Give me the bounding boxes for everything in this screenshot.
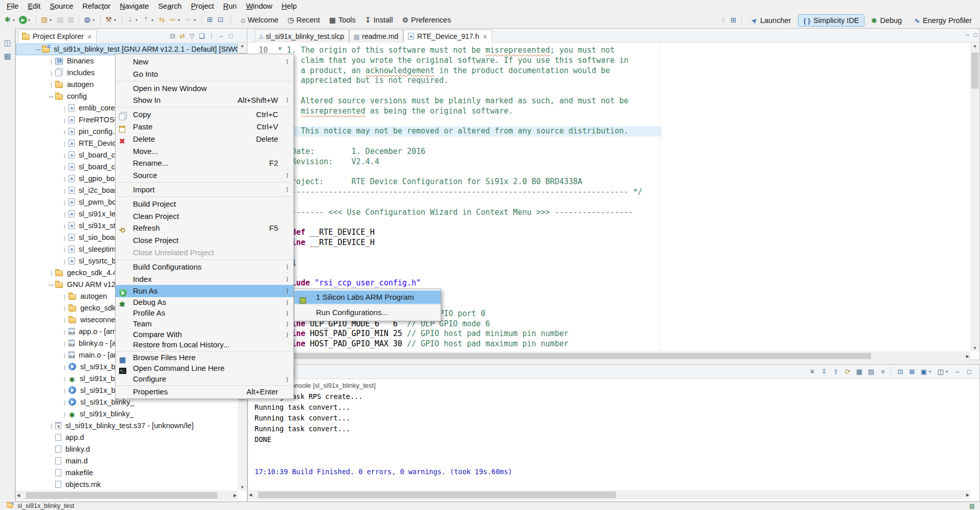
expander-icon[interactable]: ⟩ [48,68,55,79]
expander-icon[interactable]: ⟩ [61,409,69,420]
menu-item-delete[interactable]: ✖DeleteDelete [116,133,293,145]
perspective-debug[interactable]: ✱Debug [867,14,907,27]
expander-icon[interactable]: ⟩ [61,373,69,385]
collapse-all-icon[interactable]: ⊟ [168,32,177,40]
open-console-icon-dropdown[interactable]: ▾ [929,369,934,374]
expander-icon[interactable]: ⟩ [61,350,69,361]
editor-hscrollbar-thumb[interactable] [258,353,871,359]
tab-project-explorer[interactable]: Project Explorer✕ [18,30,97,42]
next-annotation-button[interactable]: ⇣ [125,14,135,26]
open-perspective-icon[interactable]: ⊞ [728,15,739,26]
forward-button-dropdown[interactable]: ▾ [194,18,199,23]
menu-edit[interactable]: Edit [23,2,45,11]
open-perspective-button[interactable]: ⊞ [204,14,215,26]
menu-item-import[interactable]: Import⟩ [116,184,293,196]
scroll-down-icon[interactable]: ▼ [970,346,979,350]
word-wrap-icon[interactable]: ≡ [878,368,888,375]
next-annotation-button-dropdown[interactable]: ▾ [135,18,141,23]
expander-icon[interactable]: ⟩ [61,115,69,126]
editor-tab-readme-md[interactable]: ▤readme.md [349,30,403,42]
menu-item-open-in-new-window[interactable]: Open in New Window [116,82,293,95]
minimize-icon[interactable]: ‒ [966,31,970,38]
flash-programmer-button[interactable]: ◍ [82,14,93,26]
tree-item-makefile[interactable]: makefile [16,467,238,479]
submenu-item-run-configurations[interactable]: Run Configurations... [294,306,441,319]
menu-item-refresh[interactable]: ⟲RefreshF5 [116,222,293,234]
explorer-hscrollbar-thumb[interactable] [26,492,217,499]
expander-icon[interactable]: ⟩ [61,138,69,149]
save-all-button[interactable]: ▥ [65,14,76,26]
scroll-lock-icon[interactable]: ▤ [866,368,876,375]
expander-icon[interactable]: ⟩ [61,197,69,208]
menu-item-go-into[interactable]: Go Into [116,68,293,80]
clear-console-icon[interactable]: ✕ [807,368,817,375]
expander-icon[interactable]: ⟩ [61,232,69,243]
back-button-dropdown[interactable]: ▾ [178,18,183,23]
expander-icon[interactable]: ⟩ [61,385,69,396]
menu-item-rename[interactable]: Rename...F2 [116,157,293,169]
expander-icon[interactable]: ⟩ [61,244,69,255]
menu-window[interactable]: Window [241,2,277,11]
menu-item-move[interactable]: Move... [116,145,293,158]
menu-item-debug-as[interactable]: ✱Debug As⟩ [116,297,293,308]
expander-icon[interactable]: ⟩ [61,173,69,185]
expander-icon[interactable]: ⟩ [61,326,69,338]
scroll-left-icon[interactable]: ◀ [249,493,252,497]
expander-icon[interactable]: ⟩ [48,56,55,67]
menu-item-build-project[interactable]: Build Project [116,198,293,210]
expander-icon[interactable]: ⟩ [61,362,69,373]
display-console-icon-dropdown[interactable]: ▾ [946,369,951,374]
expander-icon[interactable]: ⟩ [61,303,69,314]
menu-item-browse-files-here[interactable]: ▦Browse Files Here [116,352,293,363]
menu-item-compare-with[interactable]: Compare With⟩ [116,329,293,340]
menu-item-index[interactable]: Index⟩ [116,273,293,285]
tree-item-sl-si91x-blinky-test-s37[interactable]: ⟩sl_si91x_blinky_test.s37 - [unknown/le] [16,420,238,432]
menu-item-new[interactable]: New⟩ [116,56,293,68]
scroll-down-icon[interactable]: ▼ [238,485,247,490]
editor-tab-rte-device-917-h[interactable]: RTE_Device_917.h✕ [403,30,492,42]
simplicity-studio-button[interactable]: ⊡ [215,14,226,26]
new-wizard-button[interactable]: ▧ [39,14,50,26]
menu-item-paste[interactable]: PasteCtrl+V [116,121,293,133]
expander-icon[interactable]: ⟩ [48,268,55,279]
menu-project[interactable]: Project [186,2,218,11]
menu-item-open-command-line-here[interactable]: Open Command Line Here [116,363,293,374]
close-icon[interactable]: ✕ [87,34,92,40]
scroll-right-icon[interactable]: ▶ [234,493,237,498]
welcome-link[interactable]: ⌂Welcome [241,16,279,24]
expander-icon[interactable]: ⟩ [34,44,42,55]
open-console-icon[interactable]: ▣ [919,368,929,375]
editor-vertical-scrollbar[interactable]: ▲ ▼ [970,42,979,351]
maximize-icon[interactable]: □ [964,368,974,375]
display-console-icon[interactable]: ◫ [936,368,946,375]
expander-icon[interactable]: ⟩ [61,185,69,196]
tree-item-blinky-d[interactable]: blinky.d [16,444,238,455]
menu-item-properties[interactable]: PropertiesAlt+Enter [116,387,293,397]
expander-icon[interactable]: ⟩ [48,91,55,102]
minimize-icon[interactable]: ‒ [216,32,226,40]
console-output[interactable]: Running task RPS create...Running task c… [255,391,969,488]
menu-file[interactable]: File [2,2,23,11]
submenu-item-1-silicon-labs-arm-program[interactable]: 1 Silicon Labs ARM Program [294,291,441,304]
menu-source[interactable]: Source [45,2,78,11]
scroll-right-icon[interactable]: ▶ [966,354,969,359]
console-horizontal-scrollbar[interactable]: ◀ ▶ [248,490,970,500]
run-toolbar-button-dropdown[interactable]: ▾ [28,18,33,23]
show-next-console-icon[interactable]: ⇩ [819,368,829,375]
menu-refactor[interactable]: Refactor [78,2,115,11]
menu-run[interactable]: Run [219,2,242,11]
tree-item-app-d[interactable]: app.d [16,432,238,444]
menu-item-profile-as[interactable]: Profile As⟩ [116,308,293,319]
views-shortcut-icon[interactable]: ▦ [0,52,15,61]
install-link[interactable]: ↧Install [365,16,393,24]
menu-item-restore-from-local-history[interactable]: Restore from Local History... [116,340,293,350]
scroll-left-icon[interactable]: ◀ [17,493,20,498]
perspective-simplicity-ide[interactable]: { }Simplicity IDE [798,14,864,27]
show-previous-console-icon[interactable]: ⇧ [831,368,841,375]
console-hscrollbar-thumb[interactable] [258,492,616,498]
menu-item-source[interactable]: Source⟩ [116,169,293,182]
build-button-dropdown[interactable]: ▾ [114,18,119,23]
tree-item-objects-mk[interactable]: objects.mk [16,479,238,491]
maximize-icon[interactable]: □ [226,32,236,40]
editor-horizontal-scrollbar[interactable]: ◀ ▶ [247,351,970,361]
